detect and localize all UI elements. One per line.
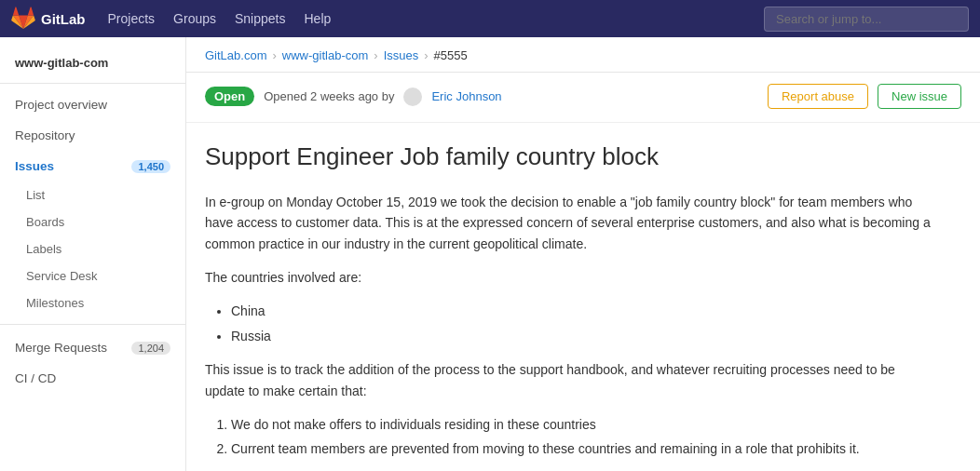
country-item-1: China bbox=[231, 301, 932, 321]
issue-title: Support Engineer Job family country bloc… bbox=[205, 141, 932, 173]
issue-header: Open Opened 2 weeks ago by Eric Johnson … bbox=[186, 73, 980, 123]
gitlab-fox-icon bbox=[11, 6, 35, 33]
nav-help[interactable]: Help bbox=[296, 7, 338, 30]
sidebar-label-issues: Issues bbox=[15, 159, 54, 173]
issue-countries-list: China Russia bbox=[205, 301, 932, 346]
sidebar-label-ci-cd: CI / CD bbox=[15, 371, 56, 385]
bullet-item-2: Current team members are prevented from … bbox=[231, 438, 932, 459]
breadcrumb-current: #5555 bbox=[434, 48, 468, 62]
breadcrumb-sep-1: › bbox=[272, 48, 276, 62]
nav-snippets[interactable]: Snippets bbox=[227, 7, 293, 30]
sidebar-item-boards[interactable]: Boards bbox=[0, 209, 185, 236]
report-abuse-button[interactable]: Report abuse bbox=[768, 84, 868, 109]
main-content: GitLab.com › www-gitlab-com › Issues › #… bbox=[186, 37, 980, 471]
sidebar-label-merge-requests: Merge Requests bbox=[15, 341, 107, 355]
issues-badge: 1,450 bbox=[131, 160, 170, 173]
issue-body: Support Engineer Job family country bloc… bbox=[186, 123, 950, 471]
header-actions: Report abuse New issue bbox=[768, 84, 961, 109]
gitlab-wordmark: GitLab bbox=[41, 11, 86, 27]
sidebar-item-service-desk[interactable]: Service Desk bbox=[0, 262, 185, 289]
issue-paragraph-1: In e-group on Monday October 15, 2019 we… bbox=[205, 192, 932, 254]
top-navigation: GitLab Projects Groups Snippets Help bbox=[0, 0, 980, 37]
sidebar-label-repository: Repository bbox=[15, 128, 75, 142]
breadcrumb-project[interactable]: www-gitlab-com bbox=[282, 48, 368, 62]
avatar bbox=[403, 87, 422, 106]
breadcrumb-gitlab[interactable]: GitLab.com bbox=[205, 48, 266, 62]
nav-projects[interactable]: Projects bbox=[101, 7, 163, 30]
breadcrumb-sep-2: › bbox=[374, 48, 377, 62]
merge-requests-badge: 1,204 bbox=[131, 342, 170, 355]
breadcrumb: GitLab.com › www-gitlab-com › Issues › #… bbox=[186, 37, 980, 73]
bullet-item-1: We do not make offers to individuals res… bbox=[231, 414, 932, 435]
sidebar-item-issues[interactable]: Issues 1,450 bbox=[0, 151, 185, 182]
gitlab-logo[interactable]: GitLab bbox=[11, 6, 86, 33]
sidebar-project-name: www-gitlab-com bbox=[0, 47, 185, 84]
nav-groups[interactable]: Groups bbox=[166, 7, 224, 30]
sidebar-item-ci-cd[interactable]: CI / CD bbox=[0, 363, 185, 394]
sidebar: www-gitlab-com Project overview Reposito… bbox=[0, 37, 186, 471]
search-input[interactable] bbox=[764, 7, 969, 32]
sidebar-label-project-overview: Project overview bbox=[15, 98, 107, 112]
issue-paragraph-3: This issue is to track the addition of t… bbox=[205, 359, 932, 401]
sidebar-item-merge-requests[interactable]: Merge Requests 1,204 bbox=[0, 332, 185, 363]
country-item-2: Russia bbox=[231, 326, 932, 346]
sidebar-divider bbox=[0, 324, 185, 325]
sidebar-item-list[interactable]: List bbox=[0, 182, 185, 209]
sidebar-item-repository[interactable]: Repository bbox=[0, 120, 185, 151]
opened-text: Opened 2 weeks ago by bbox=[264, 89, 394, 103]
page-layout: www-gitlab-com Project overview Reposito… bbox=[0, 37, 980, 471]
issue-meta: Open Opened 2 weeks ago by Eric Johnson bbox=[205, 87, 502, 106]
sidebar-item-project-overview[interactable]: Project overview bbox=[0, 89, 185, 120]
new-issue-button[interactable]: New issue bbox=[878, 84, 961, 109]
breadcrumb-sep-3: › bbox=[424, 48, 428, 62]
breadcrumb-issues[interactable]: Issues bbox=[384, 48, 419, 62]
issue-bullets-list: We do not make offers to individuals res… bbox=[205, 414, 932, 460]
issue-paragraph-2: The countries involved are: bbox=[205, 267, 932, 288]
sidebar-item-milestones[interactable]: Milestones bbox=[0, 289, 185, 316]
issue-author[interactable]: Eric Johnson bbox=[431, 89, 501, 103]
nav-links: Projects Groups Snippets Help bbox=[101, 7, 339, 30]
sidebar-item-labels[interactable]: Labels bbox=[0, 236, 185, 262]
issue-status-badge: Open bbox=[205, 87, 254, 106]
